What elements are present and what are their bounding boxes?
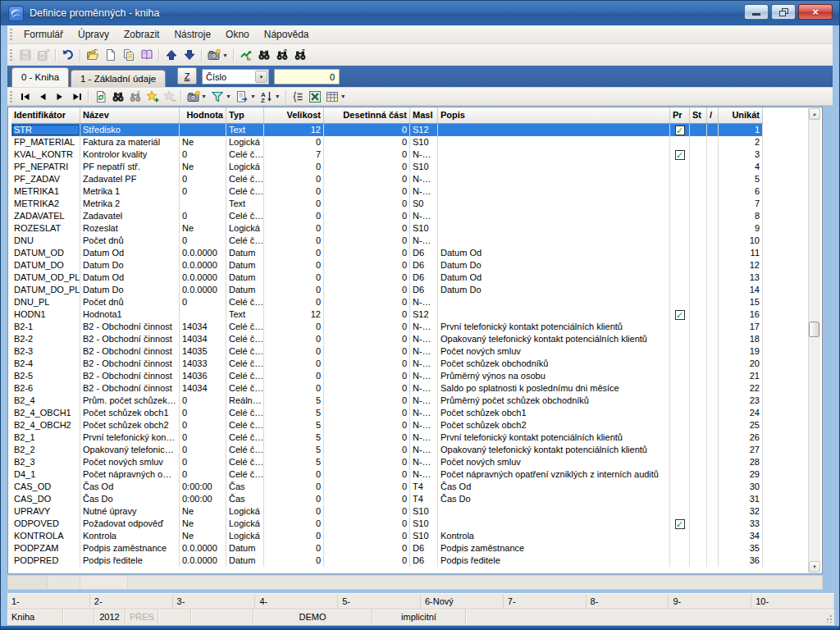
col-header-unikat[interactable]: Unikát [719, 107, 763, 123]
cell-hodnota[interactable]: 0 [180, 395, 226, 407]
cell-hodnota[interactable]: 14034 [180, 321, 226, 333]
table-row[interactable]: ZADAVATELZadavatel0Celé č…00N-…8 [11, 210, 763, 222]
table-row[interactable]: METRIKA2Metrika 2Text00S07 [11, 198, 763, 210]
cell-popis[interactable]: První telefonický kontakt potenciálních … [438, 431, 670, 444]
cell-des[interactable]: 0 [324, 333, 410, 345]
cell-pr[interactable] [670, 173, 690, 185]
cell-nazev[interactable]: Metrika 2 [80, 198, 180, 210]
filter-field-combo[interactable]: Číslo ▼ [202, 69, 269, 84]
cell-unikat[interactable]: 30 [719, 481, 763, 493]
find-next-button[interactable] [291, 47, 309, 63]
cell-masl[interactable]: N-… [410, 235, 438, 247]
snapshot-dropdown-icon[interactable]: ▼ [201, 94, 207, 99]
cell-hodnota[interactable]: 0 [180, 456, 226, 468]
cell-des[interactable]: 0 [324, 493, 410, 505]
table-row[interactable]: B2-6B2 - Obchodní činnost14034Celé č…00N… [11, 382, 763, 395]
cell-velikost[interactable]: 0 [264, 481, 324, 493]
cell-unikat[interactable]: 26 [719, 431, 763, 444]
cell-id[interactable]: B2-6 [11, 382, 80, 395]
table-row[interactable]: DATUM_DO_PLDatum Do0.0.0000Datum00D6Datu… [11, 284, 763, 296]
cell-slash[interactable] [707, 161, 719, 173]
cell-nazev[interactable]: Datum Do [80, 259, 180, 272]
fkey-9-button[interactable]: 9- [669, 594, 751, 609]
cell-hodnota[interactable]: 0 [180, 444, 226, 456]
cell-hodnota[interactable]: 0 [180, 431, 226, 444]
cell-st[interactable] [690, 185, 707, 198]
cell-des[interactable]: 0 [324, 481, 410, 493]
checkbox-checked-icon[interactable]: ✓ [675, 310, 685, 320]
cell-st[interactable] [690, 481, 707, 493]
cell-slash[interactable] [707, 272, 719, 284]
cell-unikat[interactable]: 23 [719, 395, 763, 407]
cell-masl[interactable]: N-… [410, 210, 438, 222]
cell-unikat[interactable]: 14 [719, 284, 763, 296]
cell-pr[interactable] [670, 456, 690, 468]
cell-typ[interactable]: Datum [226, 555, 264, 567]
move-down-button[interactable] [180, 47, 199, 63]
cell-unikat[interactable]: 22 [719, 382, 763, 395]
cell-nazev[interactable]: Požadovat odpověď [80, 518, 180, 530]
cell-st[interactable] [690, 321, 707, 333]
cell-des[interactable]: 0 [324, 431, 410, 444]
cell-st[interactable] [690, 136, 707, 148]
cell-pr[interactable] [670, 542, 690, 555]
cell-hodnota[interactable]: 0.0.0000 [180, 542, 226, 555]
cell-st[interactable] [690, 530, 707, 542]
cell-velikost[interactable]: 0 [264, 321, 324, 333]
cell-slash[interactable] [707, 198, 719, 210]
cell-pr[interactable] [670, 468, 690, 481]
cell-id[interactable]: METRIKA1 [11, 185, 80, 198]
cell-pr[interactable] [670, 296, 690, 308]
cell-nazev[interactable]: Zadavatel PF [80, 173, 180, 185]
cell-slash[interactable] [707, 456, 719, 468]
cell-hodnota[interactable]: 14034 [180, 382, 226, 395]
cell-unikat[interactable]: 17 [719, 321, 763, 333]
cell-id[interactable]: B2-3 [11, 345, 80, 358]
cell-slash[interactable] [707, 247, 719, 259]
cell-nazev[interactable]: Nutné úpravy [80, 505, 180, 518]
cell-masl[interactable]: S12 [410, 308, 438, 321]
cell-st[interactable] [690, 395, 707, 407]
cell-unikat[interactable]: 3 [719, 148, 763, 161]
cell-popis[interactable]: Opakovaný telefonický kontakt potenciáln… [438, 333, 670, 345]
cell-hodnota[interactable] [180, 308, 226, 321]
cell-pr[interactable]: ✓ [670, 148, 690, 161]
export-edit-button[interactable] [237, 47, 255, 63]
cell-nazev[interactable]: Počet dnů [80, 235, 180, 247]
cell-st[interactable] [690, 505, 707, 518]
cell-nazev[interactable]: B2 - Obchodní činnost [80, 370, 180, 382]
cell-hodnota[interactable]: 0 [180, 407, 226, 419]
cell-nazev[interactable]: B2 - Obchodní činnost [80, 333, 180, 345]
cell-id[interactable]: PODPZAM [11, 542, 80, 555]
table-row[interactable]: KONTROLAKontrolaNeLogická00S10Kontrola34 [11, 530, 763, 542]
cell-popis[interactable]: Podpis zaměstnance [438, 542, 670, 555]
fkey-4-button[interactable]: 4- [255, 594, 338, 609]
col-header-nazev[interactable]: Název [80, 107, 180, 123]
cell-popis[interactable] [438, 235, 670, 247]
cell-masl[interactable]: N-… [410, 358, 438, 370]
cell-st[interactable] [690, 468, 707, 481]
cell-pr[interactable] [670, 530, 690, 542]
cell-pr[interactable] [670, 284, 690, 296]
menu-formular[interactable]: Formulář [16, 25, 71, 43]
table-row[interactable]: B2-5B2 - Obchodní činnost14036Celé č…00N… [11, 370, 763, 382]
cell-pr[interactable] [670, 161, 690, 173]
fkey-6-button[interactable]: 6-Nový [421, 594, 504, 609]
cell-slash[interactable] [707, 333, 719, 345]
cell-id[interactable]: B2_1 [11, 431, 80, 444]
cell-popis[interactable] [438, 173, 670, 185]
cell-des[interactable]: 0 [324, 235, 410, 247]
cell-hodnota[interactable]: 0 [180, 235, 226, 247]
checkbox-checked-icon[interactable]: ✓ [675, 519, 685, 529]
cell-nazev[interactable]: PF nepatří stř. [80, 161, 180, 173]
cell-des[interactable]: 0 [324, 530, 410, 542]
cell-typ[interactable]: Logická [226, 518, 264, 530]
filter-button[interactable] [209, 89, 226, 104]
scroll-up-button[interactable]: ▲ [809, 108, 820, 120]
cell-slash[interactable] [707, 185, 719, 198]
cell-id[interactable]: B2_4_OBCH1 [11, 407, 80, 419]
cell-hodnota[interactable]: 0.0.0000 [180, 247, 226, 259]
cell-des[interactable]: 0 [324, 161, 410, 173]
fkey-7-button[interactable]: 7- [504, 594, 587, 609]
cell-velikost[interactable]: 0 [264, 185, 324, 198]
